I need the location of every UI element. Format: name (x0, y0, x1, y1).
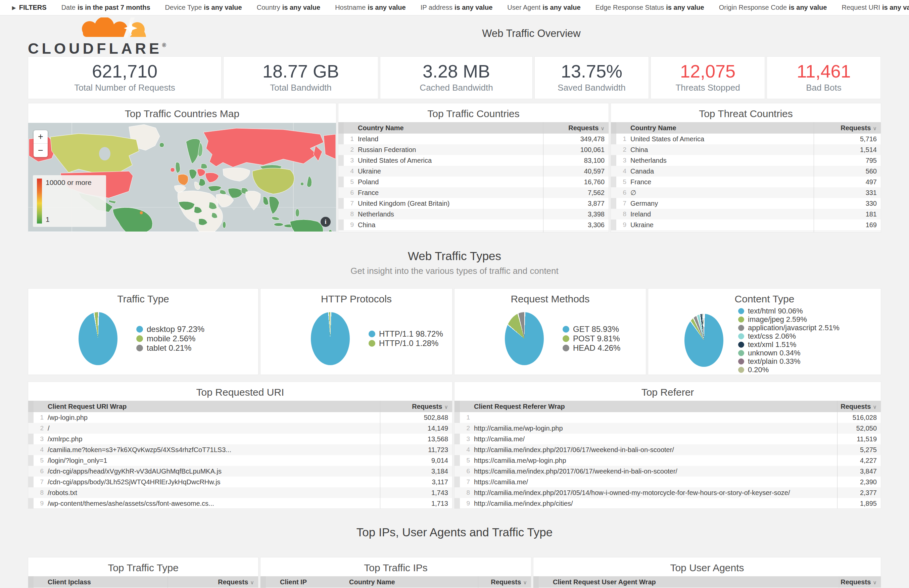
table-cell[interactable]: Singapore (629, 230, 814, 233)
table-cell[interactable]: Canada (357, 230, 543, 233)
filter-item[interactable]: Hostnameis any value (335, 4, 406, 11)
table-cell[interactable]: 502,848 (380, 412, 452, 423)
table-cell[interactable]: France (629, 176, 814, 187)
column-header[interactable]: Requests∨ (478, 576, 531, 588)
column-header[interactable]: Client Request URI Wrap (46, 401, 380, 412)
table-cell[interactable]: Germany (629, 198, 814, 209)
table-cell[interactable]: Canada (629, 166, 814, 176)
table-cell[interactable]: China (357, 220, 543, 230)
table-cell[interactable]: 1,514 (814, 144, 881, 155)
table-cell[interactable]: China (629, 144, 814, 155)
table-cell[interactable]: /wp-content/themes/ashe/assets/css/font-… (46, 498, 380, 509)
column-header[interactable]: Country Name (348, 576, 478, 588)
table-cell[interactable]: 3,117 (380, 477, 452, 487)
table-cell[interactable]: Netherlands (629, 155, 814, 166)
table-cell[interactable]: 9,014 (380, 455, 452, 466)
table-cell[interactable]: 1,895 (837, 498, 881, 509)
filter-item[interactable]: Origin Response Codeis any value (719, 4, 827, 11)
table-cell[interactable]: Ireland (629, 209, 814, 220)
world-map[interactable]: + − 10000 or more 1 i (28, 123, 336, 232)
table-cell[interactable]: 1,713 (380, 498, 452, 509)
table-cell[interactable]: ∅ (629, 187, 814, 198)
legend-item[interactable]: text/xml 1.51% (738, 340, 840, 349)
table-cell[interactable]: 16,760 (543, 176, 609, 187)
table-cell[interactable]: 1,743 (380, 487, 452, 498)
table-cell[interactable]: /wp-login.php (46, 412, 380, 423)
table-cell[interactable]: 4,227 (837, 455, 881, 466)
table-cell[interactable]: 795 (814, 155, 881, 166)
table-cell[interactable]: Ireland (357, 134, 543, 144)
table-cell[interactable]: United States of America (629, 134, 814, 144)
legend-item[interactable]: tablet 0.21% (136, 343, 204, 353)
table-cell[interactable]: France (357, 187, 543, 198)
filter-item[interactable]: Countryis any value (257, 4, 320, 11)
table-cell[interactable]: 5,716 (814, 134, 881, 144)
content-type-pie-chart[interactable] (685, 314, 723, 367)
filter-item[interactable]: User Agentis any value (507, 4, 580, 11)
table-cell[interactable]: / (46, 423, 380, 434)
filter-item[interactable]: IP addressis any value (421, 4, 493, 11)
column-header[interactable]: Client IP (279, 576, 348, 588)
table-cell[interactable]: 169 (814, 220, 881, 230)
info-button[interactable]: i (321, 217, 331, 227)
table-cell[interactable]: 13,568 (380, 434, 452, 444)
table-cell[interactable]: /robots.txt (46, 487, 380, 498)
legend-item[interactable]: POST 9.81% (563, 334, 620, 343)
column-header[interactable]: Requests∨ (380, 401, 452, 412)
table-cell[interactable]: 11,519 (837, 434, 881, 444)
table-cell[interactable]: United Kingdom (Great Britain) (357, 198, 543, 209)
table-cell[interactable]: 11,723 (380, 444, 452, 455)
table-cell[interactable]: http://camilia.me/index.php/cities/ (473, 498, 837, 509)
legend-item[interactable]: text/html 90.06% (738, 307, 840, 315)
table-cell[interactable]: 7,562 (543, 187, 609, 198)
table-cell[interactable]: 497 (814, 176, 881, 187)
table-cell[interactable]: 3,877 (543, 198, 609, 209)
table-cell[interactable]: Ukraine (357, 166, 543, 176)
column-header[interactable]: Requests∨ (837, 401, 881, 412)
table-cell[interactable]: 2,315 (543, 230, 609, 233)
filter-item[interactable]: Request URIis any value (841, 4, 909, 11)
table-cell[interactable]: 40,597 (543, 166, 609, 176)
legend-item[interactable]: desktop 97.23% (136, 325, 204, 334)
legend-item[interactable]: HTTP/1.0 1.28% (368, 339, 443, 348)
table-cell[interactable]: https://camilia.me/index.php/2017/06/17/… (473, 466, 837, 477)
http-protocols-pie-chart[interactable] (311, 312, 350, 365)
table-cell[interactable]: Ukraine (629, 220, 814, 230)
table-cell[interactable]: 83,100 (543, 155, 609, 166)
table-cell[interactable]: /camilia.me?token=s3+7k6XQvKwzp5/4XSs4rh… (46, 444, 380, 455)
table-cell[interactable]: 560 (814, 166, 881, 176)
table-cell[interactable]: http://camilia.me/index.php/2017/06/17/w… (473, 444, 837, 455)
filters-toggle[interactable]: ▶ FILTERS (12, 4, 47, 11)
table-cell[interactable]: https://camilia.me/ (473, 477, 837, 487)
column-header[interactable]: Client Request User Agent Wrap (552, 576, 839, 588)
table-cell[interactable]: 3,306 (543, 220, 609, 230)
legend-item[interactable]: 0.20% (738, 365, 840, 374)
column-header[interactable]: Client Request Referer Wrap (473, 401, 837, 412)
legend-item[interactable]: image/jpeg 2.59% (738, 315, 840, 323)
filter-item[interactable]: Device Typeis any value (165, 4, 242, 11)
table-cell[interactable]: 349,478 (543, 134, 609, 144)
legend-item[interactable]: HTTP/1.1 98.72% (368, 329, 443, 339)
column-header[interactable]: Country Name (357, 122, 543, 134)
filter-item[interactable]: Dateis in the past 7 months (61, 4, 150, 11)
column-header[interactable]: Requests∨ (543, 122, 609, 134)
table-cell[interactable]: /xmlrpc.php (46, 434, 380, 444)
table-cell[interactable]: /cdn-cgi/apps/head/xVgyKhR-vV3dAUGhMqfBc… (46, 466, 380, 477)
column-header[interactable]: Client Ipclass (46, 576, 168, 588)
table-cell[interactable]: Netherlands (357, 209, 543, 220)
legend-item[interactable]: application/javascript 2.51% (738, 323, 840, 332)
table-cell[interactable]: https://camilia.me/wp-login.php (473, 455, 837, 466)
column-header[interactable]: Requests∨ (839, 576, 881, 588)
table-cell[interactable]: 14,149 (380, 423, 452, 434)
zoom-in-button[interactable]: + (34, 130, 48, 144)
zoom-out-button[interactable]: − (34, 144, 48, 157)
table-cell[interactable]: http://camilia.me/ (473, 434, 837, 444)
table-cell[interactable]: 100,061 (543, 144, 609, 155)
table-cell[interactable]: 181 (814, 209, 881, 220)
table-cell[interactable]: 516,028 (837, 412, 881, 423)
traffic-type-pie-chart[interactable] (79, 312, 118, 365)
table-cell[interactable]: 3,398 (543, 209, 609, 220)
table-cell[interactable]: Poland (357, 176, 543, 187)
column-header[interactable]: Requests∨ (814, 122, 881, 134)
table-cell[interactable]: 2,390 (837, 477, 881, 487)
